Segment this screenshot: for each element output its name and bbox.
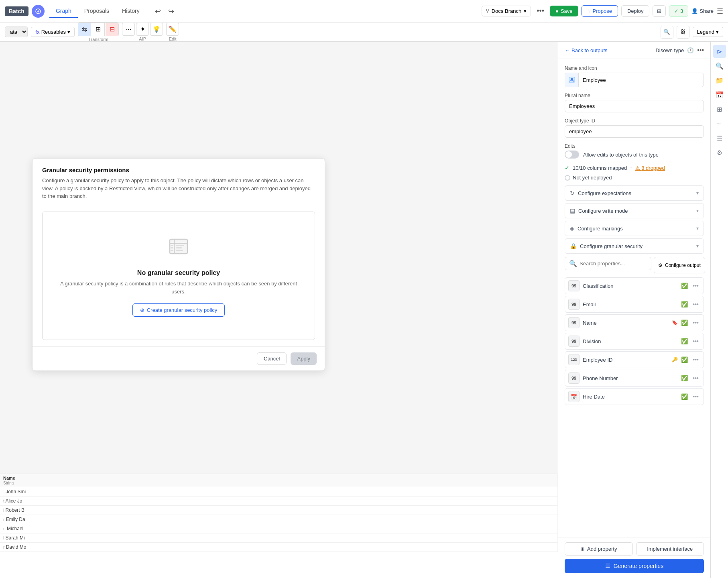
deploy-button[interactable]: Deploy (621, 5, 649, 17)
transform-section: ⇆ ⊞ ⊟ Transform (78, 22, 119, 42)
chevron-down-icon: ▾ (696, 190, 699, 196)
edit-btn[interactable]: ✏️ (166, 23, 179, 36)
property-list: 99 Classification ✅ ••• 99 Email ✅ ••• 9… (565, 277, 704, 405)
config-expectations-row[interactable]: ↻ Configure expectations ▾ (565, 185, 704, 201)
sidebar-footer: ⊕ Add property Implement interface ☰ Gen… (558, 537, 710, 578)
prop-more-button[interactable]: ••• (691, 338, 700, 344)
batch-button[interactable]: Batch (5, 6, 28, 16)
prop-type-badge: 99 (568, 317, 580, 328)
no-policy-icon (167, 234, 191, 263)
propose-button[interactable]: ⑂ Propose (582, 5, 618, 17)
arrow-left-sidebar-button[interactable]: ← (713, 117, 726, 130)
cancel-button[interactable]: Cancel (257, 352, 287, 365)
grid-sidebar-button[interactable]: ⊞ (713, 103, 726, 116)
allow-edits-label: Allow edits to objects of this type (583, 152, 659, 158)
prop-check-icon: ✅ (681, 301, 688, 307)
add-property-button[interactable]: ⊕ Add property (565, 542, 633, 556)
search-input[interactable] (580, 261, 647, 267)
svg-rect-4 (176, 245, 184, 246)
aip-btn-2[interactable]: ✦ (136, 23, 149, 36)
sidebar-header: ← Back to outputs Disown type 🕐 ••• (558, 42, 710, 59)
tab-graph[interactable]: Graph (49, 4, 78, 18)
table-row: t Alice Jo (0, 497, 558, 506)
plural-name-input[interactable] (565, 100, 704, 112)
aip-section: ⋯ ✦ 💡 AIP (122, 23, 163, 41)
sidebar-content: Name and icon Plural name Object type ID (558, 59, 710, 537)
config-markings-row[interactable]: ◈ Configure markings ▾ (565, 221, 704, 236)
name-input[interactable] (579, 74, 704, 86)
prop-name-email: Email (583, 301, 678, 307)
plural-name-group: Plural name (565, 93, 704, 112)
undo-button[interactable]: ↩ (153, 5, 163, 17)
allow-edits-toggle[interactable] (565, 151, 579, 159)
fx-icon: fx (35, 29, 40, 35)
sidebar-more-button[interactable]: ••• (697, 47, 704, 54)
property-item-division: 99 Division ✅ ••• (565, 333, 704, 350)
check-button[interactable]: ✓ 3 (669, 5, 688, 17)
transform-btn-2[interactable]: ⊞ (92, 23, 105, 36)
search-icon: 🔍 (569, 260, 577, 267)
svg-rect-8 (171, 247, 173, 248)
disown-type-button[interactable]: Disown type (655, 47, 684, 53)
transform-btn-3[interactable]: ⊟ (106, 23, 118, 36)
object-type-id-group: Object type ID (565, 118, 704, 138)
property-item-phone-number: 99 Phone Number ✅ ••• (565, 370, 704, 387)
table-row: r Emily Da (0, 515, 558, 524)
clock-icon-button[interactable]: 🕐 (687, 47, 694, 53)
branch-name: Docs Branch (492, 8, 521, 14)
hamburger-menu-button[interactable]: ☰ (717, 7, 723, 16)
legend-button[interactable]: Legend ▾ (693, 27, 723, 37)
prop-more-button[interactable]: ••• (691, 375, 700, 381)
toggle-knob (565, 151, 572, 158)
branch-more-button[interactable]: ••• (534, 5, 547, 17)
search-sidebar-button[interactable]: 🔍 (713, 59, 726, 72)
calendar-button[interactable]: 📅 (713, 88, 726, 101)
back-to-outputs-button[interactable]: ← Back to outputs (565, 47, 608, 53)
generate-properties-button[interactable]: ☰ Generate properties (565, 559, 704, 573)
table-row: i Robert B (0, 506, 558, 515)
tab-proposals[interactable]: Proposals (78, 4, 116, 18)
data-select[interactable]: ata (5, 26, 28, 37)
tab-history[interactable]: History (116, 4, 146, 18)
create-policy-button[interactable]: ⊕ Create granular security policy (132, 303, 225, 317)
prop-check-icon: ✅ (681, 356, 688, 363)
svg-rect-5 (176, 247, 182, 248)
prop-type-badge: 99 (568, 299, 580, 310)
list-sidebar-button[interactable]: ☰ (713, 132, 726, 144)
folder-button[interactable]: 📁 (713, 74, 726, 87)
transform-btn-1[interactable]: ⇆ (78, 23, 91, 36)
dropped-link[interactable]: ⚠ 8 dropped (635, 165, 665, 171)
prop-more-button[interactable]: ••• (691, 393, 700, 400)
aip-btn-3[interactable]: 💡 (150, 23, 163, 36)
svg-rect-1 (170, 239, 187, 254)
chevron-down-icon: ▾ (696, 226, 699, 231)
link-button[interactable]: ⛓ (677, 26, 689, 39)
config-granular-security-row[interactable]: 🔒 Configure granular security ▾ (565, 238, 704, 254)
reusables-button[interactable]: fx Reusables ▾ (31, 27, 75, 37)
brand-icon (32, 5, 45, 18)
object-type-id-input[interactable] (565, 125, 704, 138)
name-input-container (565, 73, 704, 87)
apply-button[interactable]: Apply (291, 352, 317, 365)
prop-name-phone-number: Phone Number (583, 375, 678, 381)
search-button[interactable]: 🔍 (661, 26, 673, 39)
branch-button[interactable]: ⑂ Docs Branch ▾ (482, 6, 531, 16)
panel-toggle-button[interactable]: ⊳ (713, 45, 726, 58)
grid-button[interactable]: ⊞ (653, 5, 666, 17)
right-sidebar: ← Back to outputs Disown type 🕐 ••• Name… (558, 42, 710, 578)
share-button[interactable]: 👤 Share (691, 8, 714, 14)
prop-more-button[interactable]: ••• (691, 301, 700, 307)
redo-button[interactable]: ↪ (166, 5, 177, 17)
edits-label: Edits (565, 143, 704, 149)
aip-btn-1[interactable]: ⋯ (122, 23, 135, 36)
implement-interface-button[interactable]: Implement interface (636, 542, 704, 556)
configure-output-button[interactable]: ⚙ Configure output (654, 257, 705, 273)
config-write-mode-row[interactable]: ▤ Configure write mode ▾ (565, 203, 704, 218)
prop-more-button[interactable]: ••• (691, 320, 700, 326)
warning-icon: ⚠ (635, 165, 640, 171)
save-button[interactable]: ● Save (550, 6, 578, 16)
prop-check-icon: ✅ (681, 320, 688, 326)
prop-more-button[interactable]: ••• (691, 283, 700, 289)
prop-more-button[interactable]: ••• (691, 356, 700, 363)
filter-sidebar-button[interactable]: ⚙ (713, 146, 726, 159)
